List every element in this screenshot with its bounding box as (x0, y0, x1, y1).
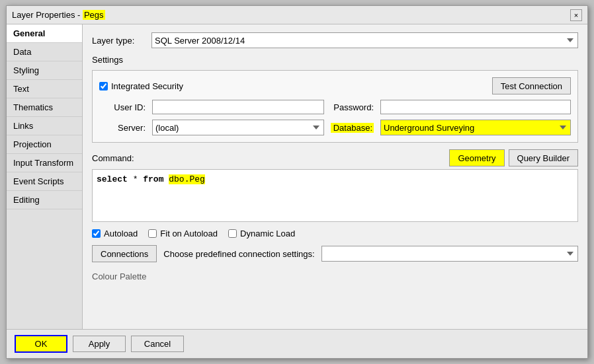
title-bar: Layer Properties - Pegs × (7, 6, 587, 24)
cmd-from: from (143, 174, 163, 184)
dynamic-load-checkbox-label[interactable]: Dynamic Load (228, 229, 295, 238)
server-select[interactable]: (local) (152, 120, 324, 135)
sidebar-item-data[interactable]: Data (7, 43, 82, 61)
user-id-label: User ID: (99, 102, 146, 112)
layer-properties-dialog: Layer Properties - Pegs × General Data S… (6, 5, 588, 359)
server-label: Server: (99, 123, 146, 133)
autoload-checkbox[interactable] (92, 229, 101, 238)
sidebar-item-input-transform[interactable]: Input Transform (7, 154, 82, 172)
sidebar-item-styling[interactable]: Styling (7, 61, 82, 80)
settings-section: Settings Integrated Security Test Connec… (92, 55, 578, 143)
integrated-security-row: Integrated Security Test Connection (99, 77, 571, 94)
integrated-security-checkbox-label[interactable]: Integrated Security (99, 81, 183, 91)
cmd-star: * (133, 174, 144, 184)
connection-select[interactable] (321, 246, 578, 262)
layer-type-row: Layer type: SQL Server 2008/12/14 (92, 32, 578, 48)
connections-row: Connections Choose predefined connection… (92, 245, 578, 262)
command-header: Command: Geometry Query Builder (92, 149, 578, 166)
cmd-select: select (97, 174, 128, 184)
main-content: General Data Styling Text Thematics Link… (7, 24, 587, 329)
settings-label: Settings (92, 55, 578, 65)
sidebar-item-links[interactable]: Links (7, 117, 82, 135)
server-database-row: Server: (local) Database: Underground Su… (99, 120, 571, 135)
fit-on-autoload-checkbox-label[interactable]: Fit on Autoload (148, 229, 218, 238)
integrated-security-label: Integrated Security (111, 81, 183, 91)
layer-type-select[interactable]: SQL Server 2008/12/14 (151, 32, 578, 48)
userid-password-row: User ID: Password: (99, 100, 571, 114)
password-label: Password: (331, 102, 374, 112)
sidebar-item-text[interactable]: Text (7, 80, 82, 98)
autoload-row: Autoload Fit on Autoload Dynamic Load (92, 229, 578, 238)
command-textarea-area[interactable]: select * from dbo.Peg (92, 169, 578, 222)
dynamic-load-label: Dynamic Load (240, 229, 295, 238)
title-text: Layer Properties - Pegs (12, 10, 105, 20)
sidebar-item-thematics[interactable]: Thematics (7, 98, 82, 117)
title-pegs: Pegs (83, 10, 105, 20)
sidebar-item-general[interactable]: General (7, 24, 82, 43)
bottom-bar: OK Apply Cancel (7, 329, 587, 358)
settings-inner: Integrated Security Test Connection User… (92, 70, 578, 143)
sidebar-item-event-scripts[interactable]: Event Scripts (7, 172, 82, 191)
dynamic-load-checkbox[interactable] (228, 229, 237, 238)
password-input[interactable] (380, 100, 571, 114)
command-buttons: Geometry Query Builder (449, 149, 578, 166)
cancel-button[interactable]: Cancel (131, 336, 184, 352)
query-builder-button[interactable]: Query Builder (509, 149, 578, 166)
sidebar-item-editing[interactable]: Editing (7, 191, 82, 209)
title-prefix: Layer Properties - (12, 10, 83, 20)
command-section: Command: Geometry Query Builder select *… (92, 149, 578, 222)
database-select[interactable]: Underground Surveying (380, 120, 571, 135)
autoload-checkbox-label[interactable]: Autoload (92, 229, 138, 238)
database-label: Database: (331, 123, 374, 133)
choose-connection-label: Choose predefined connection settings: (163, 249, 314, 259)
connections-button[interactable]: Connections (92, 245, 157, 262)
ok-button[interactable]: OK (15, 335, 67, 353)
geometry-button[interactable]: Geometry (449, 149, 504, 166)
command-label: Command: (92, 153, 134, 163)
cmd-dbo-peg: dbo.Peg (169, 174, 205, 184)
integrated-security-checkbox[interactable] (99, 82, 108, 91)
user-id-input[interactable] (152, 100, 324, 114)
test-connection-button[interactable]: Test Connection (492, 77, 571, 94)
layer-type-label: Layer type: (92, 36, 145, 46)
content-area: Layer type: SQL Server 2008/12/14 Settin… (83, 24, 587, 329)
autoload-label: Autoload (104, 229, 138, 238)
sidebar-item-projection[interactable]: Projection (7, 135, 82, 154)
colour-palette-label: Colour Palette (92, 269, 578, 283)
apply-button[interactable]: Apply (73, 336, 126, 352)
fit-on-autoload-checkbox[interactable] (148, 229, 157, 238)
fit-on-autoload-label: Fit on Autoload (160, 229, 218, 238)
close-button[interactable]: × (570, 9, 582, 21)
sidebar: General Data Styling Text Thematics Link… (7, 24, 83, 329)
